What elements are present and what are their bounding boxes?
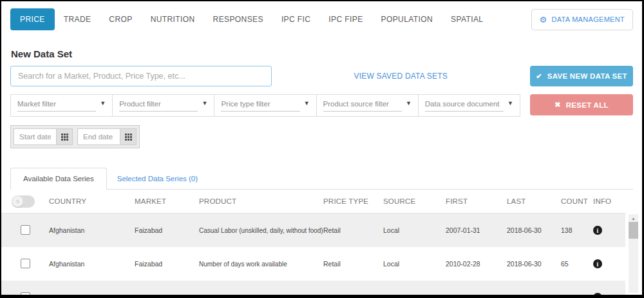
search-input[interactable] bbox=[10, 66, 272, 86]
chevron-down-icon: ▼ bbox=[100, 100, 106, 106]
cell-first: 2007-01-31 bbox=[446, 226, 507, 234]
reset-all-button[interactable]: ✖ RESET ALL bbox=[530, 94, 633, 115]
table-scrollbar[interactable]: ▲ bbox=[629, 214, 638, 293]
cell-count: 54 bbox=[561, 293, 593, 298]
row-checkbox[interactable] bbox=[21, 259, 30, 268]
product-source-filter-dropdown[interactable]: Product source filter ▼ bbox=[317, 95, 419, 116]
data-source-document-label: Data source document bbox=[425, 100, 504, 112]
table-row: Afghanistan Faizabad Refined sugar Retai… bbox=[1, 281, 625, 298]
cell-last: 2018-06-30 bbox=[507, 260, 561, 268]
table-row: Afghanistan Faizabad Number of days work… bbox=[1, 247, 625, 281]
cell-count: 138 bbox=[561, 226, 593, 234]
cell-last: 2018-06-30 bbox=[507, 226, 561, 234]
info-icon[interactable]: i bbox=[593, 293, 602, 298]
column-header-count: COUNT bbox=[561, 197, 593, 205]
cell-first: 2013-01-31 bbox=[446, 293, 507, 298]
tab-crop[interactable]: CROP bbox=[100, 9, 141, 30]
tab-ipc-fic[interactable]: IPC FIC bbox=[272, 9, 319, 30]
table-header-row: s COUNTRY MARKET PRODUCT PRICE TYPE SOUR… bbox=[1, 190, 625, 214]
cell-product: Refined sugar bbox=[199, 294, 323, 298]
cell-product: Number of days work available bbox=[199, 261, 323, 268]
app-window: PRICE TRADE CROP NUTRITION RESPONSES IPC… bbox=[0, 0, 644, 298]
column-header-product: PRODUCT bbox=[199, 197, 323, 205]
end-date-group bbox=[77, 128, 137, 145]
cell-first: 2010-02-28 bbox=[446, 260, 507, 268]
check-icon: ✔ bbox=[536, 72, 542, 81]
chevron-down-icon: ▼ bbox=[304, 100, 310, 106]
product-filter-dropdown[interactable]: Product filter ▼ bbox=[113, 95, 214, 116]
row-checkbox[interactable] bbox=[21, 225, 30, 235]
column-header-market: MARKET bbox=[135, 197, 199, 205]
cell-market: Faizabad bbox=[135, 293, 199, 298]
data-source-document-dropdown[interactable]: Data source document ▼ bbox=[419, 95, 520, 116]
save-button-label: SAVE NEW DATA SET bbox=[547, 72, 627, 80]
end-date-calendar-button[interactable] bbox=[120, 128, 137, 145]
reset-button-label: RESET ALL bbox=[566, 101, 609, 109]
series-tab-bar: Available Data Series Selected Data Seri… bbox=[10, 168, 633, 190]
column-header-info: INFO bbox=[593, 197, 619, 205]
view-saved-data-sets-link[interactable]: VIEW SAVED DATA SETS bbox=[278, 72, 524, 81]
cell-source: Import bbox=[383, 293, 446, 298]
nav-tab-list: PRICE TRADE CROP NUTRITION RESPONSES IPC… bbox=[10, 8, 492, 30]
cell-price-type: Retail bbox=[323, 226, 383, 234]
select-all-toggle[interactable]: s bbox=[12, 195, 35, 208]
cell-country: Afghanistan bbox=[49, 293, 135, 298]
scrollbar-up-arrow-icon[interactable]: ▲ bbox=[631, 214, 636, 222]
data-management-button[interactable]: ⚙ DATA MANAGEMENT bbox=[531, 9, 633, 30]
data-series-table: s COUNTRY MARKET PRODUCT PRICE TYPE SOUR… bbox=[1, 190, 642, 298]
tab-ipc-fipe[interactable]: IPC FIPE bbox=[319, 9, 372, 30]
cell-count: 65 bbox=[561, 260, 593, 268]
tab-selected-data-series[interactable]: Selected Data Series (0) bbox=[107, 168, 208, 189]
cell-source: Local bbox=[383, 226, 446, 234]
start-date-input[interactable] bbox=[14, 128, 56, 145]
cell-source: Local bbox=[383, 260, 446, 268]
product-source-filter-label: Product source filter bbox=[323, 100, 402, 112]
start-date-calendar-button[interactable] bbox=[56, 128, 73, 145]
calendar-grid-icon bbox=[125, 134, 132, 141]
start-date-group bbox=[14, 128, 73, 145]
info-icon[interactable]: i bbox=[593, 259, 602, 268]
market-filter-label: Market filter bbox=[17, 100, 96, 112]
price-type-filter-label: Price type filter bbox=[221, 100, 299, 112]
toggle-knob: s bbox=[12, 196, 23, 207]
end-date-input[interactable] bbox=[77, 128, 120, 145]
tab-price[interactable]: PRICE bbox=[10, 8, 55, 30]
calendar-grid-icon bbox=[61, 134, 68, 141]
cell-market: Faizabad bbox=[135, 260, 199, 268]
column-header-source: SOURCE bbox=[383, 197, 446, 205]
tab-trade[interactable]: TRADE bbox=[55, 9, 100, 30]
tab-responses[interactable]: RESPONSES bbox=[204, 9, 272, 30]
data-management-label: DATA MANAGEMENT bbox=[552, 15, 625, 23]
cell-country: Afghanistan bbox=[49, 260, 135, 268]
cross-icon: ✖ bbox=[554, 101, 561, 109]
date-range-picker bbox=[10, 125, 140, 148]
column-header-last: LAST bbox=[507, 197, 561, 205]
column-header-first: FIRST bbox=[446, 197, 507, 205]
gear-icon: ⚙ bbox=[540, 15, 547, 24]
top-navigation: PRICE TRADE CROP NUTRITION RESPONSES IPC… bbox=[1, 1, 642, 30]
table-row: Afghanistan Faizabad Casual Labor (unski… bbox=[1, 214, 625, 247]
chevron-down-icon: ▼ bbox=[202, 100, 207, 106]
product-filter-label: Product filter bbox=[119, 100, 198, 112]
filter-section: Market filter ▼ Product filter ▼ Price t… bbox=[1, 94, 642, 117]
column-header-price-type: PRICE TYPE bbox=[323, 197, 383, 205]
cell-price-type: Retail bbox=[323, 260, 383, 268]
tab-available-data-series[interactable]: Available Data Series bbox=[10, 168, 107, 190]
cell-market: Faizabad bbox=[135, 226, 199, 234]
chevron-down-icon: ▼ bbox=[507, 100, 513, 106]
row-checkbox[interactable] bbox=[21, 292, 30, 298]
cell-price-type: Retail bbox=[323, 293, 383, 298]
cell-product: Casual Labor (unskilled, daily, without … bbox=[199, 227, 323, 234]
tab-nutrition[interactable]: NUTRITION bbox=[142, 9, 204, 30]
chevron-down-icon: ▼ bbox=[406, 100, 412, 106]
cell-last: 2018-06-30 bbox=[507, 293, 561, 298]
market-filter-dropdown[interactable]: Market filter ▼ bbox=[11, 95, 113, 116]
tab-spatial[interactable]: SPATIAL bbox=[442, 9, 492, 30]
tab-population[interactable]: POPULATION bbox=[372, 9, 442, 30]
price-type-filter-dropdown[interactable]: Price type filter ▼ bbox=[214, 95, 316, 116]
save-new-data-set-button[interactable]: ✔ SAVE NEW DATA SET bbox=[530, 66, 633, 86]
search-row: VIEW SAVED DATA SETS ✔ SAVE NEW DATA SET bbox=[1, 66, 642, 86]
page-title: New Data Set bbox=[11, 48, 642, 59]
scrollbar-thumb[interactable] bbox=[629, 222, 638, 239]
info-icon[interactable]: i bbox=[593, 226, 602, 235]
